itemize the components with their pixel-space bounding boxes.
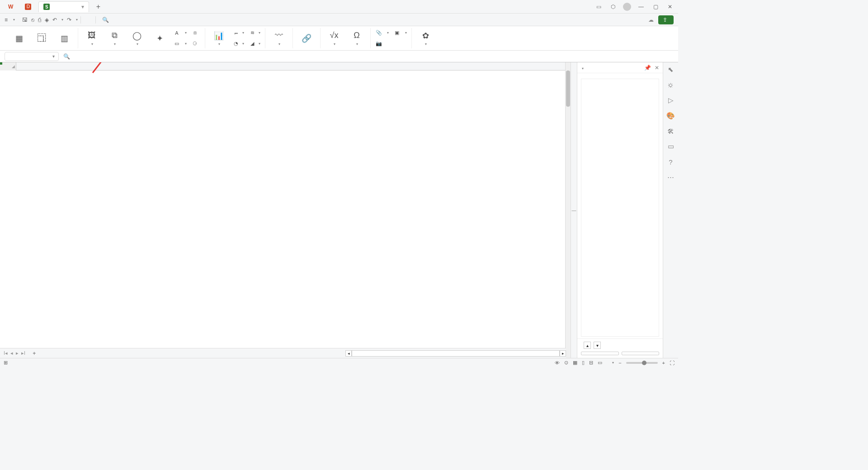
spreadsheet-grid[interactable]: ◢ (0, 62, 571, 358)
fullscreen-icon[interactable]: ⛶ (670, 360, 675, 366)
selection-pane: ▾ 📌 ✕ ▴ ▾ (577, 62, 663, 358)
reading-view-icon[interactable]: ▭ (598, 360, 602, 366)
prev-sheet-icon[interactable]: ◂ (10, 350, 13, 356)
zoom-dropdown-icon[interactable]: ▾ (612, 361, 614, 365)
spreadsheet-icon: S (43, 4, 50, 10)
all-charts-button[interactable]: 📊▾ (210, 31, 228, 46)
tools-rail-icon[interactable]: 🛠 (666, 127, 675, 136)
pivot-table-button[interactable]: ▦ (10, 33, 28, 43)
tab-menu-icon[interactable]: ▾ (81, 4, 84, 10)
app-tab[interactable]: W (4, 1, 19, 12)
save-icon[interactable]: 🖫 (22, 17, 28, 23)
normal-view-icon[interactable]: ▦ (573, 360, 577, 366)
table-button[interactable]: ▥ (55, 33, 73, 43)
select-tool-icon[interactable]: ⬉ (666, 65, 675, 74)
more-rail-icon[interactable]: ⋯ (666, 173, 675, 182)
page-break-icon[interactable]: ⊟ (589, 360, 593, 366)
search-icon[interactable]: 🔍 (102, 17, 109, 23)
file-menu[interactable]: ▾ (9, 17, 17, 23)
sparkline-icon: 〰 (275, 31, 283, 41)
zoom-out-button[interactable]: − (618, 360, 621, 366)
cloud-icon[interactable]: ☁ (648, 17, 654, 23)
print-icon[interactable]: ⎙ (38, 17, 41, 23)
pane-object-list[interactable] (581, 79, 659, 337)
scrollbar-thumb[interactable] (566, 70, 570, 107)
zoom-in-button[interactable]: + (662, 360, 665, 366)
hamburger-icon[interactable]: ≡ (5, 17, 8, 23)
file-tab[interactable]: S ▾ (38, 1, 89, 12)
pie-chart-button[interactable]: ◔▾ (232, 39, 244, 48)
line-chart-button[interactable]: ≋▾ (249, 28, 260, 38)
new-tab-button[interactable]: + (93, 1, 104, 12)
help-rail-icon[interactable]: ? (666, 157, 675, 166)
pane-dropdown-icon[interactable]: ▾ (582, 66, 584, 70)
textbox-button[interactable]: ▭▾ (173, 39, 187, 48)
shapes-button[interactable]: ◯▾ (128, 31, 146, 46)
book-rail-icon[interactable]: ▭ (666, 142, 675, 151)
select-all-corner[interactable]: ◢ (0, 62, 16, 70)
zoom-slider[interactable] (626, 362, 658, 364)
flowchart-button[interactable]: ⧈ (191, 28, 200, 38)
symbol-button[interactable]: Ω▾ (348, 31, 366, 46)
user-avatar[interactable] (623, 3, 631, 11)
hscroll-right-icon[interactable]: ▸ (560, 350, 566, 357)
wordart-button[interactable]: A▾ (173, 28, 187, 38)
name-box-dropdown-icon[interactable]: ▾ (52, 54, 55, 59)
pin-icon[interactable]: 📌 (644, 65, 651, 71)
settings-rail-icon[interactable]: ⛭ (666, 80, 675, 89)
undo-icon[interactable]: ↶ (52, 17, 57, 23)
undo-dropdown-icon[interactable]: ▾ (61, 18, 63, 22)
minimize-button[interactable]: — (637, 2, 646, 11)
add-sheet-button[interactable]: + (29, 350, 39, 357)
panel-collapse-button[interactable]: — (571, 62, 577, 358)
qat-customize-icon[interactable]: ▾ (76, 18, 78, 22)
horizontal-scrollbar[interactable]: ◂ ▸ (345, 350, 566, 357)
hyperlink-button[interactable]: 🔗 (297, 33, 316, 43)
mindmap-button[interactable]: ⚆ (191, 39, 200, 48)
camera-button[interactable]: 📷 (375, 39, 389, 48)
pivot-chart-button[interactable]: ⿹ (33, 33, 51, 43)
picture-button[interactable]: 🖼▾ (83, 31, 101, 46)
close-pane-icon[interactable]: ✕ (655, 65, 659, 71)
share-button[interactable]: ⇪ (658, 15, 674, 24)
zoom-thumb[interactable] (642, 361, 646, 365)
first-sheet-icon[interactable]: I◂ (4, 350, 8, 356)
show-all-button[interactable] (581, 352, 619, 355)
maximize-button[interactable]: ▢ (651, 2, 660, 11)
focus-icon[interactable]: ⊙ (564, 360, 568, 366)
layout-icon[interactable]: ▭ (594, 2, 603, 11)
eye-icon[interactable]: 👁 (555, 360, 560, 366)
send-backward-button[interactable]: ▾ (594, 342, 601, 349)
object-button[interactable]: ▣▾ (393, 28, 407, 38)
name-box[interactable]: ▾ (5, 52, 59, 61)
last-sheet-icon[interactable]: ▸I (21, 350, 25, 356)
play-rail-icon[interactable]: ▷ (666, 96, 675, 105)
close-button[interactable]: ✕ (665, 2, 675, 11)
area-chart-button[interactable]: ◢▾ (249, 39, 260, 48)
zoom-lens-icon[interactable]: 🔍 (63, 53, 70, 60)
redo-icon[interactable]: ↷ (67, 17, 71, 23)
bring-forward-button[interactable]: ▴ (584, 342, 591, 349)
sparkline-button[interactable]: 〰▾ (270, 31, 288, 46)
palette-rail-icon[interactable]: 🎨 (666, 111, 675, 120)
vertical-scrollbar[interactable] (565, 62, 571, 358)
template-tab[interactable]: D (20, 1, 38, 12)
cube-icon[interactable]: ⬡ (609, 2, 618, 11)
print-preview-icon[interactable]: ⎋ (31, 17, 34, 23)
hscroll-track[interactable] (352, 350, 560, 357)
pivot-table-icon: ▦ (15, 33, 23, 43)
hide-all-button[interactable] (622, 352, 660, 355)
hscroll-left-icon[interactable]: ◂ (345, 350, 352, 357)
preview-icon[interactable]: ◈ (45, 17, 49, 23)
status-mode-icon[interactable]: ⊞ (4, 360, 8, 366)
screenshot-button[interactable]: ⧉▾ (105, 31, 123, 46)
next-sheet-icon[interactable]: ▸ (16, 350, 19, 356)
icons-button[interactable]: ✦ (151, 33, 169, 43)
formula-button[interactable]: √x▾ (325, 31, 343, 46)
attachment-button[interactable]: 📎▾ (375, 28, 389, 38)
formula-input[interactable] (77, 53, 674, 60)
status-bar: ⊞ 👁 ⊙ ▦ ▯ ⊟ ▭ ▾ − + ⛶ (0, 358, 678, 367)
column-chart-button[interactable]: ⫭▾ (232, 28, 244, 38)
page-layout-icon[interactable]: ▯ (582, 360, 585, 366)
resources-button[interactable]: ✿▾ (416, 31, 434, 46)
